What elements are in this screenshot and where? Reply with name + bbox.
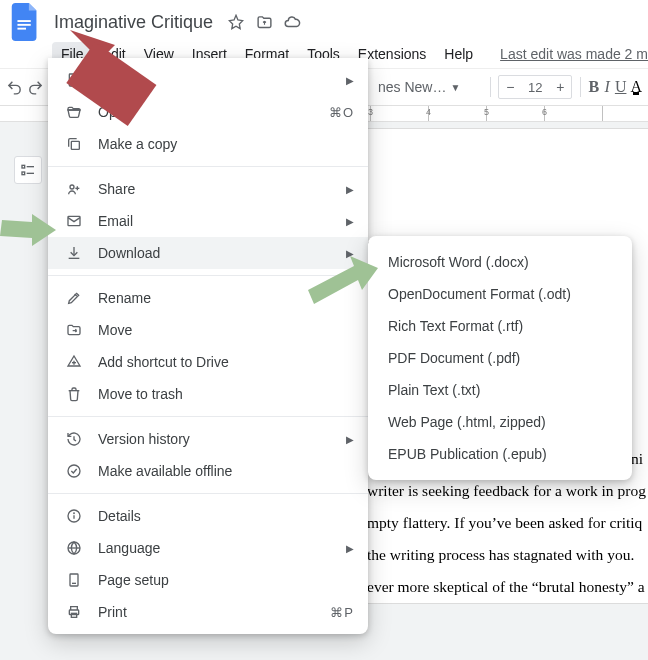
docs-logo-icon[interactable]: [8, 4, 44, 40]
menu-item-label: Make available offline: [98, 463, 354, 479]
svg-rect-2: [17, 28, 26, 30]
menu-item-label: Move: [98, 322, 354, 338]
download-option[interactable]: PDF Document (.pdf): [368, 342, 632, 374]
font-size-minus[interactable]: −: [499, 76, 521, 98]
print-icon: [64, 602, 84, 622]
font-family-label: nes New…: [378, 79, 446, 95]
svg-rect-0: [17, 20, 30, 22]
email-icon: [64, 211, 84, 231]
svg-point-12: [70, 185, 74, 189]
title-bar: Imaginative Critique: [0, 0, 648, 40]
file-menu-share[interactable]: Share▶: [48, 173, 368, 205]
offline-icon: [64, 461, 84, 481]
star-icon[interactable]: [227, 13, 245, 31]
move-folder-icon[interactable]: [255, 13, 273, 31]
svg-point-18: [68, 465, 80, 477]
menu-shortcut: ⌘O: [329, 105, 354, 120]
submenu-arrow-icon: ▶: [346, 75, 354, 86]
download-option[interactable]: Plain Text (.txt): [368, 374, 632, 406]
trash-icon: [64, 384, 84, 404]
doc-line: mpty flattery. If you’ve been asked for …: [367, 507, 648, 539]
folder-open-icon: [64, 102, 84, 122]
svg-rect-11: [71, 141, 79, 149]
add-shortcut-icon: [64, 352, 84, 372]
file-menu-dropdown: New▶Open⌘OMake a copyShare▶Email▶Downloa…: [48, 58, 368, 634]
file-menu-version-history[interactable]: Version history▶: [48, 423, 368, 455]
copy-icon: [64, 134, 84, 154]
doc-icon: [64, 70, 84, 90]
menu-item-label: Add shortcut to Drive: [98, 354, 354, 370]
submenu-arrow-icon: ▶: [346, 216, 354, 227]
menu-separator: [48, 493, 368, 494]
menu-item-label: New: [98, 72, 332, 88]
font-family-select[interactable]: nes New… ▼: [372, 79, 482, 95]
svg-rect-3: [22, 165, 25, 168]
file-menu-details[interactable]: Details: [48, 500, 368, 532]
menu-item-label: Move to trash: [98, 386, 354, 402]
doc-line: ever more skeptical of the “brutal hones…: [367, 571, 648, 603]
share-icon: [64, 179, 84, 199]
svg-rect-23: [70, 574, 78, 586]
page-setup-icon: [64, 570, 84, 590]
file-menu-print[interactable]: Print⌘P: [48, 596, 368, 628]
menu-separator: [48, 416, 368, 417]
file-menu-add-shortcut-to-drive[interactable]: Add shortcut to Drive: [48, 346, 368, 378]
undo-button[interactable]: [6, 73, 23, 101]
ruler-tick: 4: [426, 107, 431, 117]
globe-icon: [64, 538, 84, 558]
download-option[interactable]: Web Page (.html, zipped): [368, 406, 632, 438]
download-option[interactable]: Rich Text Format (.rtf): [368, 310, 632, 342]
menu-help[interactable]: Help: [435, 42, 482, 66]
file-menu-make-available-offline[interactable]: Make available offline: [48, 455, 368, 487]
menu-item-label: Email: [98, 213, 332, 229]
menu-separator: [48, 275, 368, 276]
italic-button[interactable]: I: [603, 78, 611, 96]
file-menu-move-to-trash[interactable]: Move to trash: [48, 378, 368, 410]
history-icon: [64, 429, 84, 449]
file-menu-page-setup[interactable]: Page setup: [48, 564, 368, 596]
file-menu-language[interactable]: Language▶: [48, 532, 368, 564]
font-size-value[interactable]: 12: [521, 80, 549, 95]
menu-separator: [48, 166, 368, 167]
font-size-stepper[interactable]: − 12 +: [498, 75, 572, 99]
svg-rect-1: [17, 24, 30, 26]
document-title[interactable]: Imaginative Critique: [50, 10, 217, 35]
file-menu-make-a-copy[interactable]: Make a copy: [48, 128, 368, 160]
svg-point-21: [74, 513, 75, 514]
menu-item-label: Page setup: [98, 572, 354, 588]
submenu-arrow-icon: ▶: [346, 184, 354, 195]
rename-icon: [64, 288, 84, 308]
download-option[interactable]: Microsoft Word (.docx): [368, 246, 632, 278]
file-menu-open[interactable]: Open⌘O: [48, 96, 368, 128]
download-submenu: Microsoft Word (.docx)OpenDocument Forma…: [368, 236, 632, 480]
menu-item-label: Share: [98, 181, 332, 197]
chevron-down-icon: ▼: [450, 82, 460, 93]
menu-item-label: Details: [98, 508, 354, 524]
redo-button[interactable]: [27, 73, 44, 101]
file-menu-move[interactable]: Move: [48, 314, 368, 346]
menu-item-label: Rename: [98, 290, 354, 306]
download-option[interactable]: OpenDocument Format (.odt): [368, 278, 632, 310]
file-menu-rename[interactable]: Rename: [48, 282, 368, 314]
menu-item-label: Make a copy: [98, 136, 354, 152]
ruler-tick: 3: [368, 107, 373, 117]
text-color-button[interactable]: A: [630, 78, 642, 96]
download-icon: [64, 243, 84, 263]
last-edit-link[interactable]: Last edit was made 2 minutes: [500, 46, 648, 62]
file-menu-email[interactable]: Email▶: [48, 205, 368, 237]
font-size-plus[interactable]: +: [549, 76, 571, 98]
menu-item-label: Print: [98, 604, 316, 620]
ruler-tick: 5: [484, 107, 489, 117]
file-menu-download[interactable]: Download▶: [48, 237, 368, 269]
bold-button[interactable]: B: [589, 78, 600, 96]
submenu-arrow-icon: ▶: [346, 248, 354, 259]
outline-toggle[interactable]: [14, 156, 42, 184]
menu-item-label: Version history: [98, 431, 332, 447]
cloud-status-icon[interactable]: [283, 13, 301, 31]
menu-shortcut: ⌘P: [330, 605, 354, 620]
submenu-arrow-icon: ▶: [346, 434, 354, 445]
underline-button[interactable]: U: [615, 78, 627, 96]
move-icon: [64, 320, 84, 340]
file-menu-new[interactable]: New▶: [48, 64, 368, 96]
download-option[interactable]: EPUB Publication (.epub): [368, 438, 632, 470]
